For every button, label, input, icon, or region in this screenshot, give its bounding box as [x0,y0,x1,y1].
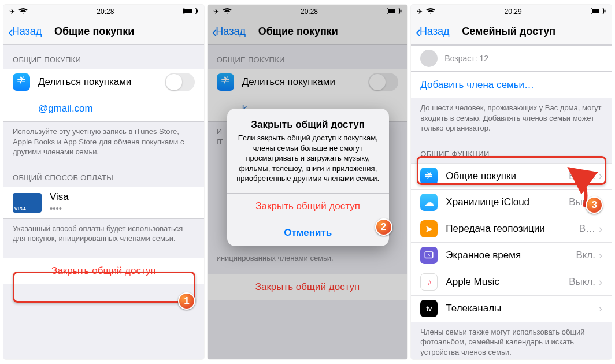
airplane-icon: ✈ [213,8,219,16]
back-label: Назад [12,25,42,38]
screentime-icon [420,247,438,264]
alert-confirm-button[interactable]: Закрыть общий доступ [227,193,389,220]
feature-label: Хранилище iCloud [446,196,569,208]
feature-detail: Выкл. [569,170,595,182]
battery-icon [591,8,606,16]
svg-rect-4 [401,9,402,12]
row-share-purchases: Делиться покупками [208,69,408,95]
status-time: 20:28 [301,8,318,16]
wifi-icon [223,8,232,16]
phone-screen-2: ✈ 20:28 ‹ Назад Общие покупки ОБЩИЕ ПОКУ… [208,5,408,359]
row-icloud-storage[interactable]: ☁︎ Хранилище iCloud Выкл. › [411,190,612,216]
svg-rect-7 [605,9,606,12]
status-bar: ✈ 20:28 [208,5,408,18]
chevron-right-icon: › [599,303,602,315]
badge-2: 2 [375,218,392,236]
feature-detail: Вкл. [576,250,595,261]
back-label: Назад [216,25,246,38]
alert-cancel-button[interactable]: Отменить [227,220,389,246]
stop-sharing-bg: Закрыть общий доступ [208,274,408,300]
row-screen-time[interactable]: Экранное время Вкл. › [411,243,612,269]
card-brand: Visa [50,191,69,203]
feature-table: Общие покупки Выкл. › ☁︎ Хранилище iClou… [411,163,612,322]
chevron-right-icon: › [599,250,602,262]
back-button[interactable]: ‹ Назад [416,24,449,39]
icloud-icon: ☁︎ [420,194,438,211]
feature-label: Экранное время [446,250,576,261]
appstore-glyph [16,76,27,89]
chevron-right-icon: › [599,170,602,182]
nav-title: Общие покупки [258,25,338,38]
back-button[interactable]: ‹ Назад [212,24,246,39]
chevron-right-icon: › [599,223,602,235]
alert-title: Закрыть общий доступ [227,109,389,133]
footer-members: До шести человек, проживающих у Вас дома… [411,98,612,139]
nav-bar: ‹ Назад Семейный доступ [411,18,612,45]
nav-bar: ‹ Назад Общие покупки [3,18,204,45]
feature-label: Телеканалы [446,303,595,314]
tv-icon: tv [420,300,438,317]
chevron-right-icon: › [599,276,602,288]
battery-icon [387,8,402,16]
location-icon: ➤ [420,220,438,237]
svg-rect-5 [388,9,395,13]
back-button[interactable]: ‹ Назад [8,24,42,39]
share-label: Делиться покупками [38,76,165,88]
footer-account: Используйте эту учетную запись в iTunes … [3,122,204,163]
section-header-functions: ОБЩИЕ ФУНКЦИИ [411,139,612,163]
phone-screen-3: ✈ 20:29 ‹ Назад Семейный доступ Возраст:… [411,5,612,359]
airplane-icon: ✈ [9,8,15,16]
nav-bar: ‹ Назад Общие покупки [208,18,408,45]
visa-card-icon [13,193,42,213]
svg-rect-8 [592,9,599,13]
stop-sharing-label: Закрыть общий доступ [51,265,156,277]
feature-label: Общие покупки [446,170,569,182]
appstore-icon [13,73,30,91]
stop-sharing-button[interactable]: Закрыть общий доступ [3,258,204,284]
status-time: 20:29 [505,8,522,16]
appstore-icon [420,168,438,185]
section-header-payment: ОБЩИЙ СПОСОБ ОПЛАТЫ [3,163,204,187]
avatar-icon [420,50,438,67]
footer-payment-bg: инициированных членами семьи. [208,248,343,269]
back-label: Назад [420,25,450,38]
row-member[interactable]: Возраст: 12 [411,45,612,72]
email-text: @gmail.com [38,103,93,114]
alert-message: Если закрыть общий доступ к покупкам, чл… [227,133,389,193]
nav-title: Семейный доступ [462,25,555,38]
status-time: 20:28 [97,8,114,16]
section-header-shared: ОБЩИЕ ПОКУПКИ [208,45,408,69]
row-location-sharing[interactable]: ➤ Передача геопозиции В… › [411,216,612,243]
appstore-icon [217,73,234,91]
badge-1: 1 [178,292,195,310]
feature-detail: В… [579,223,595,235]
phone-screen-1: ✈ 20:28 ‹ Назад Общие покупки ОБЩИЕ ПОКУ… [3,5,204,359]
status-bar: ✈ 20:29 [411,5,612,18]
row-apple-music[interactable]: ♪ Apple Music Выкл. › [411,269,612,296]
svg-rect-1 [197,9,198,12]
row-share-purchases[interactable]: Делиться покупками [3,69,204,95]
row-payment[interactable]: Visa •••• [3,187,204,219]
footer-payment: Указанный способ оплаты будет использова… [3,219,204,250]
row-tv-channels[interactable]: tv Телеканалы › [411,296,612,322]
share-toggle[interactable] [165,73,195,91]
nav-title: Общие покупки [54,25,134,38]
share-label: Делиться покупками [242,76,369,88]
airplane-icon: ✈ [417,8,423,16]
status-bar: ✈ 20:28 [3,5,204,18]
row-shared-purchases[interactable]: Общие покупки Выкл. › [411,163,612,190]
wifi-icon [426,8,435,16]
svg-rect-2 [184,9,192,13]
add-member-button[interactable]: Добавить члена семьи… [411,72,612,98]
member-age: Возраст: 12 [444,54,488,63]
feature-label: Передача геопозиции [446,223,579,235]
footer-features: Члены семьи также могут использовать общ… [411,322,612,359]
battery-icon [183,8,198,16]
card-number: •••• [50,203,69,214]
alert-modal: Закрыть общий доступ Если закрыть общий … [227,109,389,246]
share-toggle [368,73,398,91]
row-email[interactable]: @gmail.com [3,95,204,122]
feature-detail: Выкл. [569,276,595,288]
wifi-icon [18,8,28,16]
section-header-shared: ОБЩИЕ ПОКУПКИ [3,45,204,69]
